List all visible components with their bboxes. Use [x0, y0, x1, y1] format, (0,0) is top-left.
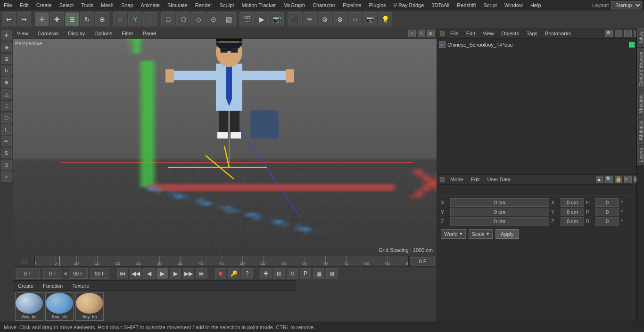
scale-dropdown[interactable]: Scale ▾: [469, 229, 493, 239]
end-frame-input[interactable]: [91, 268, 109, 279]
lt-btn-9[interactable]: L: [1, 124, 12, 135]
scale-key-button[interactable]: ⊞: [273, 268, 285, 279]
attr-icon-2[interactable]: 🔍: [605, 176, 613, 183]
light-obj[interactable]: 💡: [378, 12, 392, 26]
env-obj[interactable]: ▱: [348, 12, 362, 26]
menu-simulate[interactable]: Simulate: [164, 1, 191, 9]
menu-script[interactable]: Script: [480, 1, 501, 9]
attr-mode[interactable]: Mode: [448, 176, 465, 183]
menu-render[interactable]: Render: [191, 1, 216, 9]
rotate-key-button[interactable]: ↻: [287, 268, 298, 279]
attr-user-data[interactable]: User Data: [486, 176, 513, 183]
point-mode[interactable]: ⊙: [206, 12, 221, 26]
menu-motion-tracker[interactable]: Motion Tracker: [238, 1, 280, 9]
lt-btn-7[interactable]: □: [1, 101, 12, 111]
autokey-button[interactable]: 🔑: [228, 268, 239, 279]
obj-file[interactable]: File: [448, 30, 461, 37]
z-size-input[interactable]: [561, 217, 584, 226]
obj-filter-icon[interactable]: [615, 30, 622, 37]
menu-help[interactable]: Help: [527, 1, 545, 9]
tab-attributes[interactable]: Attributes: [637, 117, 644, 144]
select-tool[interactable]: ✛: [35, 12, 49, 26]
obj-bookmarks[interactable]: Bookmarks: [543, 30, 573, 37]
vp-display[interactable]: Display: [66, 30, 87, 37]
next-key-button[interactable]: ▶▶: [183, 268, 194, 279]
material-item-1[interactable]: Boy_bo: [15, 292, 43, 321]
object-mode[interactable]: □: [161, 12, 175, 26]
mat-texture[interactable]: Texture: [70, 283, 91, 289]
menu-vray[interactable]: V-Ray Bridge: [390, 1, 428, 9]
deformer-obj[interactable]: ⊗: [333, 12, 347, 26]
obj-search-icon[interactable]: 🔍: [605, 30, 613, 37]
y-size-input[interactable]: [561, 208, 584, 216]
menu-pipeline[interactable]: Pipeline: [339, 1, 365, 9]
start-frame-input[interactable]: [16, 268, 40, 279]
play-button[interactable]: ▶: [157, 268, 168, 279]
menu-character[interactable]: Character: [309, 1, 339, 9]
attr-icon-4[interactable]: ≡: [624, 176, 632, 183]
menu-plugins[interactable]: Plugins: [365, 1, 389, 9]
obj-view[interactable]: View: [481, 30, 496, 37]
render-view[interactable]: ▶: [255, 12, 269, 26]
render-picture[interactable]: 📷: [270, 12, 284, 26]
tab-structure[interactable]: Structure: [637, 91, 644, 117]
lt-btn-10[interactable]: ✏: [1, 136, 12, 146]
playback-button[interactable]: P: [300, 268, 311, 279]
mat-create[interactable]: Create: [16, 283, 35, 289]
menu-create[interactable]: Create: [33, 1, 56, 9]
attr-edit[interactable]: Edit: [469, 176, 482, 183]
menu-snap[interactable]: Snap: [117, 1, 137, 9]
next-frame-button[interactable]: ▶: [170, 268, 181, 279]
preview-end[interactable]: [69, 268, 88, 279]
vp-icon-2[interactable]: ⤡: [418, 30, 425, 37]
y-axis[interactable]: Y: [128, 12, 142, 26]
transform-tool[interactable]: ⊕: [95, 12, 109, 26]
obj-edit[interactable]: Edit: [464, 30, 477, 37]
object-row-1[interactable]: L Chinese_Schoolboy_T-Pose: [439, 40, 642, 49]
b-input[interactable]: [595, 217, 619, 226]
tab-layers[interactable]: Layers: [637, 145, 644, 165]
camera-obj[interactable]: 📷: [363, 12, 377, 26]
x-size-input[interactable]: [561, 198, 584, 207]
move-tool[interactable]: ✚: [50, 12, 64, 26]
lt-btn-3[interactable]: ⊞: [1, 54, 12, 64]
lt-btn-2[interactable]: ◈: [1, 42, 12, 52]
tab-takes[interactable]: Takes: [637, 28, 644, 47]
lt-btn-8[interactable]: ⬡: [1, 113, 12, 123]
preview-start[interactable]: [43, 268, 62, 279]
rotate-tool[interactable]: ↻: [80, 12, 94, 26]
world-dropdown[interactable]: World ▾: [441, 229, 466, 239]
vp-panel[interactable]: Panel: [141, 30, 158, 37]
lt-btn-1[interactable]: ✛: [1, 30, 12, 40]
vp-cameras[interactable]: Cameras: [36, 30, 61, 37]
apply-button[interactable]: Apply: [495, 229, 519, 239]
material-item-3[interactable]: Boy_bo: [75, 292, 104, 321]
motion-button[interactable]: ?: [241, 268, 253, 279]
lt-btn-12[interactable]: ⊙: [1, 160, 12, 170]
tab-content-browser[interactable]: Content Browser: [637, 48, 644, 89]
nurbs-obj[interactable]: ⊚: [318, 12, 332, 26]
z-pos-input[interactable]: [450, 217, 549, 226]
z-axis[interactable]: Z: [143, 12, 157, 26]
menu-sculpt[interactable]: Sculpt: [216, 1, 238, 9]
menu-file[interactable]: File: [0, 1, 16, 9]
lt-btn-13[interactable]: ≡: [1, 171, 12, 182]
menu-redshift[interactable]: Redshift: [453, 1, 479, 9]
cube-obj[interactable]: ⬛: [288, 12, 302, 26]
move-key-button[interactable]: ✚: [260, 268, 272, 279]
vp-icon-1[interactable]: ⤢: [408, 30, 416, 37]
lt-btn-11[interactable]: S: [1, 148, 12, 158]
render-region[interactable]: 🎬: [239, 12, 254, 26]
menu-mesh[interactable]: Mesh: [97, 1, 117, 9]
vp-filter[interactable]: Filter: [120, 30, 135, 37]
uv-mode[interactable]: ▧: [222, 12, 236, 26]
menu-animate[interactable]: Animate: [137, 1, 164, 9]
frames-button[interactable]: ▦: [313, 268, 324, 279]
menu-edit[interactable]: Edit: [16, 1, 33, 9]
x-pos-input[interactable]: [450, 198, 549, 207]
obj-tags[interactable]: Tags: [525, 30, 539, 37]
edge-mode[interactable]: ◇: [191, 12, 206, 26]
current-frame-input[interactable]: [411, 257, 435, 266]
prev-frame-button[interactable]: ◀: [143, 268, 155, 279]
spline-obj[interactable]: ✏: [303, 12, 317, 26]
